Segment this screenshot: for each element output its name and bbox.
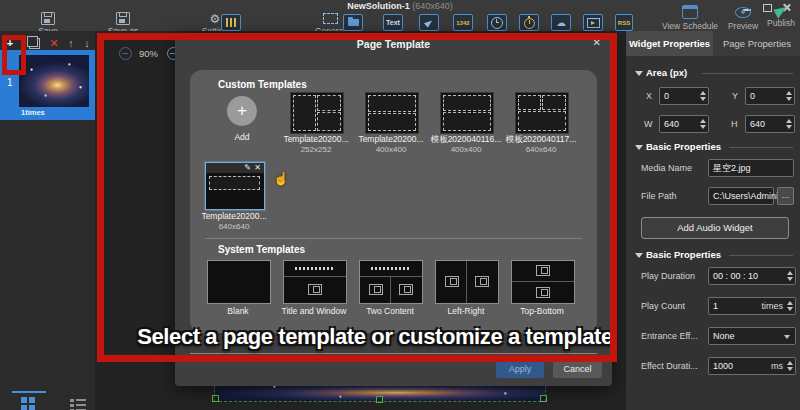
grid-view-icon[interactable]: [21, 397, 36, 410]
spinner[interactable]: [787, 301, 793, 312]
custom-template-3[interactable]: [440, 92, 494, 134]
play-duration-input[interactable]: 00 : 00 : 10: [708, 267, 796, 285]
move-page-up-button[interactable]: ↑: [63, 35, 79, 51]
system-template-label: Left-Right: [428, 306, 504, 316]
system-template-top-bottom[interactable]: [511, 260, 575, 304]
custom-template-4[interactable]: [515, 92, 569, 134]
play-count-input[interactable]: 1times: [708, 297, 796, 315]
template-size: 252x252: [279, 145, 353, 154]
spinner[interactable]: [700, 119, 706, 130]
effect-duration-unit: ms: [771, 358, 783, 374]
media-name-input[interactable]: 星空2.jpg: [708, 159, 794, 177]
page-list-sidebar: + ✕ ↑ ↓ 1 1times: [0, 31, 95, 410]
tab-widget-properties[interactable]: Widget Properties: [626, 31, 713, 56]
system-template-blank[interactable]: [207, 260, 271, 304]
section-rule: [702, 73, 793, 74]
spinner[interactable]: [787, 271, 793, 282]
dialog-close-icon[interactable]: ✕: [593, 37, 601, 48]
w-input[interactable]: 640: [659, 115, 709, 133]
file-path-input[interactable]: C:\Users\Admini: [708, 187, 774, 205]
chevron-down-icon[interactable]: [635, 71, 643, 76]
effect-duration-input[interactable]: 1000ms: [708, 357, 796, 375]
template-name: Template20200...: [279, 134, 353, 144]
selection-handle[interactable]: [212, 395, 219, 402]
tab-page-properties[interactable]: Page Properties: [713, 31, 800, 56]
spinner[interactable]: [786, 119, 792, 130]
entrance-effect-select[interactable]: None: [708, 327, 796, 345]
custom-templates-header: Custom Templates: [218, 79, 307, 90]
x-input[interactable]: 0: [659, 87, 709, 105]
preview-button[interactable]: Preview: [722, 5, 764, 31]
streaming-widget-icon[interactable]: [583, 14, 603, 31]
custom-template-1[interactable]: [290, 92, 344, 134]
timer-widget-icon[interactable]: [519, 14, 539, 31]
chevron-down-icon[interactable]: [635, 253, 643, 258]
general-window-icon: [323, 13, 338, 24]
zoom-in-icon[interactable]: [119, 47, 132, 60]
tutorial-caption: Select a page template or customize a te…: [128, 324, 622, 350]
effect-duration-label: Effect Durati...: [641, 361, 698, 371]
clock-widget-icon[interactable]: [487, 14, 507, 31]
page-thumbnail: [19, 55, 89, 107]
eye-icon: [735, 7, 751, 18]
h-input[interactable]: 640: [745, 115, 795, 133]
rss-widget-icon[interactable]: RSS: [615, 14, 633, 31]
stripes-widget-icon[interactable]: [221, 14, 241, 31]
page-list-item[interactable]: 1 1times: [0, 50, 95, 120]
delete-template-icon[interactable]: ✕: [254, 163, 261, 172]
play-count-unit: times: [761, 298, 783, 314]
play-duration-label: Play Duration: [641, 271, 695, 281]
system-template-title-window[interactable]: [283, 260, 347, 304]
properties-panel: Widget Properties Page Properties Area (…: [625, 31, 800, 410]
move-page-down-button[interactable]: ↓: [79, 35, 95, 51]
template-name: Template20200...: [354, 134, 428, 144]
media-folder-icon[interactable]: [343, 14, 363, 31]
add-audio-widget-button[interactable]: Add Audio Widget: [641, 217, 789, 239]
weather-widget-icon[interactable]: ☁: [551, 14, 571, 31]
list-view-icon[interactable]: [70, 399, 86, 410]
y-input[interactable]: 0: [745, 87, 795, 105]
browse-button[interactable]: ...: [777, 187, 794, 205]
save-icon: [41, 12, 55, 25]
selection-handle[interactable]: [376, 396, 383, 403]
entrance-effect-label: Entrance Eff...: [641, 331, 698, 341]
pointer-widget-icon[interactable]: [419, 14, 439, 31]
add-template-button[interactable]: +: [227, 96, 257, 126]
gear-icon: ⚙: [210, 13, 221, 25]
x-label: X: [646, 91, 652, 101]
add-page-button[interactable]: +: [2, 35, 18, 51]
hand-cursor: ☝: [273, 171, 289, 186]
section-divider: [205, 238, 582, 239]
view-schedule-button[interactable]: View Schedule: [653, 5, 727, 31]
basic-properties-header: Basic Properties: [646, 141, 721, 152]
h-label: H: [731, 119, 738, 129]
custom-template-2[interactable]: [365, 92, 419, 134]
calendar-icon: [682, 5, 698, 19]
system-template-label: Two Content: [352, 306, 428, 316]
spinner[interactable]: [787, 361, 793, 372]
system-template-label: Blank: [200, 306, 276, 316]
system-templates-header: System Templates: [218, 244, 305, 255]
chevron-down-icon[interactable]: [635, 145, 643, 150]
delete-page-button[interactable]: ✕: [46, 35, 62, 51]
system-template-label: Title and Window: [276, 306, 352, 316]
digital-clock-icon[interactable]: 1242: [453, 14, 473, 31]
spinner[interactable]: [786, 91, 792, 102]
y-label: Y: [732, 91, 738, 101]
publish-button[interactable]: Publish: [762, 5, 800, 28]
dialog-title: Page Template: [175, 38, 612, 50]
apply-button[interactable]: Apply: [496, 361, 544, 378]
system-template-left-right[interactable]: [435, 260, 499, 304]
custom-template-selected[interactable]: ✎ ✕ ☝: [205, 162, 265, 210]
toolbar: NewSolution-1 (640x640) Save Save as ⚙ S…: [0, 0, 800, 31]
duplicate-page-button[interactable]: [26, 35, 42, 51]
text-widget-icon[interactable]: Text: [383, 14, 403, 31]
cancel-button[interactable]: Cancel: [553, 361, 602, 378]
section-rule: [729, 147, 793, 148]
play-count-label: Play Count: [641, 301, 685, 311]
page-number: 1: [7, 77, 13, 88]
selection-handle[interactable]: [540, 395, 547, 402]
edit-template-icon[interactable]: ✎: [244, 163, 251, 172]
spinner[interactable]: [700, 91, 706, 102]
system-template-two-content[interactable]: [359, 260, 423, 304]
